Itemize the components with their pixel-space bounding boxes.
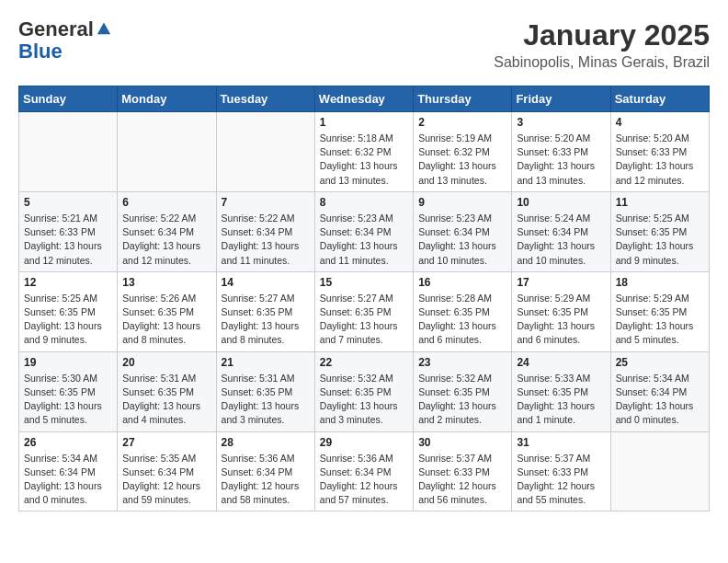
page-header: General Blue January 2025 Sabinopolis, M… bbox=[18, 18, 710, 71]
weekday-header-tuesday: Tuesday bbox=[216, 86, 314, 112]
day-number: 25 bbox=[616, 356, 704, 369]
calendar-cell bbox=[216, 112, 314, 192]
calendar-cell: 28Sunrise: 5:36 AM Sunset: 6:34 PM Dayli… bbox=[216, 431, 314, 511]
day-number: 20 bbox=[122, 356, 210, 369]
day-info: Sunrise: 5:25 AM Sunset: 6:35 PM Dayligh… bbox=[616, 212, 704, 268]
calendar-cell bbox=[118, 112, 216, 192]
day-number: 19 bbox=[24, 356, 112, 369]
day-number: 2 bbox=[418, 116, 506, 129]
day-info: Sunrise: 5:22 AM Sunset: 6:34 PM Dayligh… bbox=[222, 212, 310, 268]
weekday-header-wednesday: Wednesday bbox=[314, 86, 413, 112]
calendar-cell: 23Sunrise: 5:32 AM Sunset: 6:35 PM Dayli… bbox=[414, 351, 512, 431]
calendar-cell: 26Sunrise: 5:34 AM Sunset: 6:34 PM Dayli… bbox=[19, 431, 118, 511]
week-row-4: 19Sunrise: 5:30 AM Sunset: 6:35 PM Dayli… bbox=[19, 351, 710, 431]
day-number: 1 bbox=[320, 116, 408, 129]
day-number: 23 bbox=[418, 356, 506, 369]
calendar-cell: 21Sunrise: 5:31 AM Sunset: 6:35 PM Dayli… bbox=[216, 351, 314, 431]
day-number: 14 bbox=[222, 276, 310, 289]
calendar-cell: 1Sunrise: 5:18 AM Sunset: 6:32 PM Daylig… bbox=[314, 112, 413, 192]
logo-general: General bbox=[18, 17, 94, 40]
calendar-title: January 2025 bbox=[494, 18, 710, 52]
day-info: Sunrise: 5:32 AM Sunset: 6:35 PM Dayligh… bbox=[418, 372, 506, 428]
calendar-cell bbox=[610, 431, 709, 511]
day-info: Sunrise: 5:35 AM Sunset: 6:34 PM Dayligh… bbox=[122, 452, 210, 508]
day-number: 5 bbox=[24, 196, 112, 209]
day-info: Sunrise: 5:22 AM Sunset: 6:34 PM Dayligh… bbox=[122, 212, 210, 268]
calendar-cell: 20Sunrise: 5:31 AM Sunset: 6:35 PM Dayli… bbox=[118, 351, 216, 431]
day-info: Sunrise: 5:29 AM Sunset: 6:35 PM Dayligh… bbox=[616, 292, 704, 348]
logo: General Blue bbox=[18, 18, 112, 63]
day-number: 26 bbox=[24, 436, 112, 449]
day-number: 15 bbox=[320, 276, 408, 289]
day-number: 27 bbox=[122, 436, 210, 449]
calendar-cell: 8Sunrise: 5:23 AM Sunset: 6:34 PM Daylig… bbox=[314, 191, 413, 271]
day-info: Sunrise: 5:31 AM Sunset: 6:35 PM Dayligh… bbox=[122, 372, 210, 428]
day-number: 16 bbox=[418, 276, 506, 289]
calendar-cell: 16Sunrise: 5:28 AM Sunset: 6:35 PM Dayli… bbox=[414, 271, 512, 351]
day-info: Sunrise: 5:34 AM Sunset: 6:34 PM Dayligh… bbox=[24, 452, 112, 508]
calendar-cell: 19Sunrise: 5:30 AM Sunset: 6:35 PM Dayli… bbox=[19, 351, 118, 431]
calendar-cell: 5Sunrise: 5:21 AM Sunset: 6:33 PM Daylig… bbox=[19, 191, 118, 271]
day-number: 21 bbox=[222, 356, 310, 369]
day-number: 22 bbox=[320, 356, 408, 369]
calendar-cell: 14Sunrise: 5:27 AM Sunset: 6:35 PM Dayli… bbox=[216, 271, 314, 351]
day-number: 30 bbox=[418, 436, 506, 449]
day-info: Sunrise: 5:37 AM Sunset: 6:33 PM Dayligh… bbox=[517, 452, 605, 508]
day-info: Sunrise: 5:36 AM Sunset: 6:34 PM Dayligh… bbox=[320, 452, 408, 508]
day-info: Sunrise: 5:20 AM Sunset: 6:33 PM Dayligh… bbox=[616, 132, 704, 188]
calendar-cell: 13Sunrise: 5:26 AM Sunset: 6:35 PM Dayli… bbox=[118, 271, 216, 351]
calendar-cell: 11Sunrise: 5:25 AM Sunset: 6:35 PM Dayli… bbox=[610, 191, 709, 271]
day-number: 17 bbox=[517, 276, 605, 289]
week-row-3: 12Sunrise: 5:25 AM Sunset: 6:35 PM Dayli… bbox=[19, 271, 710, 351]
day-info: Sunrise: 5:23 AM Sunset: 6:34 PM Dayligh… bbox=[418, 212, 506, 268]
day-number: 4 bbox=[616, 116, 704, 129]
week-row-1: 1Sunrise: 5:18 AM Sunset: 6:32 PM Daylig… bbox=[19, 112, 710, 192]
day-number: 11 bbox=[616, 196, 704, 209]
calendar-cell: 2Sunrise: 5:19 AM Sunset: 6:32 PM Daylig… bbox=[414, 112, 512, 192]
calendar-cell: 31Sunrise: 5:37 AM Sunset: 6:33 PM Dayli… bbox=[512, 431, 610, 511]
title-block: January 2025 Sabinopolis, Minas Gerais, … bbox=[494, 18, 710, 71]
day-info: Sunrise: 5:20 AM Sunset: 6:33 PM Dayligh… bbox=[517, 132, 605, 188]
calendar-cell: 24Sunrise: 5:33 AM Sunset: 6:35 PM Dayli… bbox=[512, 351, 610, 431]
day-number: 12 bbox=[24, 276, 112, 289]
day-info: Sunrise: 5:33 AM Sunset: 6:35 PM Dayligh… bbox=[517, 372, 605, 428]
day-number: 13 bbox=[122, 276, 210, 289]
day-info: Sunrise: 5:29 AM Sunset: 6:35 PM Dayligh… bbox=[517, 292, 605, 348]
day-info: Sunrise: 5:28 AM Sunset: 6:35 PM Dayligh… bbox=[418, 292, 506, 348]
week-row-5: 26Sunrise: 5:34 AM Sunset: 6:34 PM Dayli… bbox=[19, 431, 710, 511]
calendar-cell: 25Sunrise: 5:34 AM Sunset: 6:34 PM Dayli… bbox=[610, 351, 709, 431]
day-number: 6 bbox=[122, 196, 210, 209]
day-number: 28 bbox=[222, 436, 310, 449]
weekday-header-thursday: Thursday bbox=[414, 86, 512, 112]
weekday-header-friday: Friday bbox=[512, 86, 610, 112]
day-info: Sunrise: 5:31 AM Sunset: 6:35 PM Dayligh… bbox=[222, 372, 310, 428]
day-number: 31 bbox=[517, 436, 605, 449]
calendar-cell: 15Sunrise: 5:27 AM Sunset: 6:35 PM Dayli… bbox=[314, 271, 413, 351]
calendar-cell: 6Sunrise: 5:22 AM Sunset: 6:34 PM Daylig… bbox=[118, 191, 216, 271]
svg-marker-0 bbox=[97, 23, 110, 35]
calendar-cell: 17Sunrise: 5:29 AM Sunset: 6:35 PM Dayli… bbox=[512, 271, 610, 351]
week-row-2: 5Sunrise: 5:21 AM Sunset: 6:33 PM Daylig… bbox=[19, 191, 710, 271]
weekday-header-monday: Monday bbox=[118, 86, 216, 112]
day-number: 7 bbox=[222, 196, 310, 209]
day-info: Sunrise: 5:30 AM Sunset: 6:35 PM Dayligh… bbox=[24, 372, 112, 428]
calendar-cell: 3Sunrise: 5:20 AM Sunset: 6:33 PM Daylig… bbox=[512, 112, 610, 192]
day-number: 9 bbox=[418, 196, 506, 209]
day-number: 18 bbox=[616, 276, 704, 289]
day-info: Sunrise: 5:18 AM Sunset: 6:32 PM Dayligh… bbox=[320, 132, 408, 188]
calendar-cell: 18Sunrise: 5:29 AM Sunset: 6:35 PM Dayli… bbox=[610, 271, 709, 351]
calendar-cell bbox=[19, 112, 118, 192]
logo-icon bbox=[96, 19, 112, 36]
day-info: Sunrise: 5:36 AM Sunset: 6:34 PM Dayligh… bbox=[222, 452, 310, 508]
day-info: Sunrise: 5:34 AM Sunset: 6:34 PM Dayligh… bbox=[616, 372, 704, 428]
calendar-table: SundayMondayTuesdayWednesdayThursdayFrid… bbox=[18, 86, 710, 511]
calendar-cell: 9Sunrise: 5:23 AM Sunset: 6:34 PM Daylig… bbox=[414, 191, 512, 271]
calendar-cell: 27Sunrise: 5:35 AM Sunset: 6:34 PM Dayli… bbox=[118, 431, 216, 511]
day-info: Sunrise: 5:23 AM Sunset: 6:34 PM Dayligh… bbox=[320, 212, 408, 268]
calendar-cell: 30Sunrise: 5:37 AM Sunset: 6:33 PM Dayli… bbox=[414, 431, 512, 511]
calendar-cell: 10Sunrise: 5:24 AM Sunset: 6:34 PM Dayli… bbox=[512, 191, 610, 271]
day-number: 8 bbox=[320, 196, 408, 209]
calendar-cell: 7Sunrise: 5:22 AM Sunset: 6:34 PM Daylig… bbox=[216, 191, 314, 271]
calendar-cell: 29Sunrise: 5:36 AM Sunset: 6:34 PM Dayli… bbox=[314, 431, 413, 511]
day-info: Sunrise: 5:21 AM Sunset: 6:33 PM Dayligh… bbox=[24, 212, 112, 268]
